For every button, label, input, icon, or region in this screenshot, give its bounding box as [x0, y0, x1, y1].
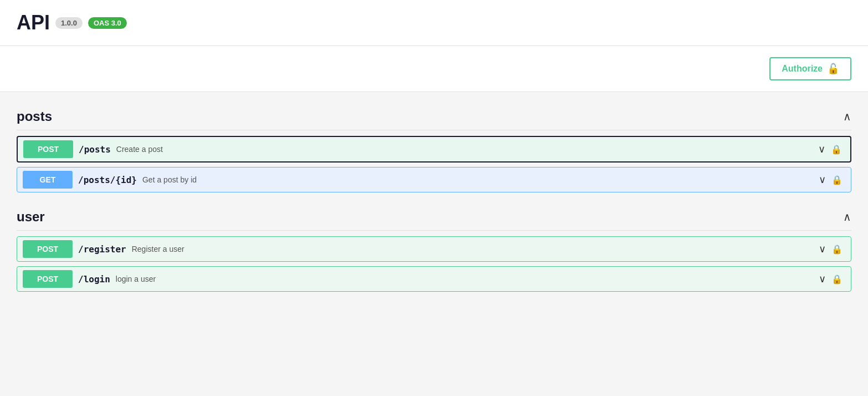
section-header-user[interactable]: user∧: [17, 204, 851, 231]
version-badge: 1.0.0: [55, 17, 83, 29]
oas-badge: OAS 3.0: [88, 17, 127, 29]
chevron-down-icon-posts-1[interactable]: ∨: [819, 174, 826, 186]
section-header-posts[interactable]: posts∧: [17, 103, 851, 130]
endpoint-path-posts-1: /posts/{id}: [78, 175, 137, 185]
endpoint-actions-posts-0: ∨🔒: [810, 143, 850, 155]
section-user: user∧POST/registerRegister a user∨🔒POST/…: [17, 204, 851, 292]
method-badge-posts-0: POST: [23, 140, 73, 158]
section-collapse-icon-user[interactable]: ∧: [843, 210, 851, 224]
endpoint-desc-posts-1: Get a post by id: [142, 175, 810, 184]
lock-icon-user-1: 🔒: [831, 274, 843, 285]
lock-icon-posts-1: 🔒: [831, 175, 843, 185]
lock-icon: 🔓: [827, 63, 839, 75]
authorize-button[interactable]: Authorize 🔓: [769, 57, 851, 80]
endpoint-row-user-0[interactable]: POST/registerRegister a user∨🔒: [17, 236, 851, 262]
method-badge-user-1: POST: [23, 270, 73, 288]
endpoint-row-user-1[interactable]: POST/loginlogin a user∨🔒: [17, 266, 851, 292]
section-collapse-icon-posts[interactable]: ∧: [843, 110, 851, 123]
chevron-down-icon-user-0[interactable]: ∨: [819, 243, 826, 255]
authorize-label: Authorize: [782, 64, 823, 74]
endpoint-row-posts-1[interactable]: GET/posts/{id}Get a post by id∨🔒: [17, 167, 851, 192]
section-title-user: user: [17, 209, 45, 225]
lock-icon-posts-0: 🔒: [831, 144, 842, 155]
endpoint-actions-posts-1: ∨🔒: [810, 174, 851, 186]
method-badge-user-0: POST: [23, 240, 73, 258]
endpoint-desc-user-0: Register a user: [132, 245, 810, 253]
chevron-down-icon-user-1[interactable]: ∨: [819, 273, 826, 285]
endpoint-actions-user-1: ∨🔒: [810, 273, 851, 285]
section-title-posts: posts: [17, 109, 52, 124]
chevron-down-icon-posts-0[interactable]: ∨: [818, 143, 825, 155]
api-title: API: [17, 11, 50, 34]
endpoint-actions-user-0: ∨🔒: [810, 243, 851, 255]
endpoint-desc-user-1: login a user: [116, 275, 810, 283]
endpoint-row-posts-0[interactable]: POST/postsCreate a post∨🔒: [17, 136, 851, 163]
authorize-bar: Authorize 🔓: [0, 46, 868, 92]
endpoint-desc-posts-0: Create a post: [116, 145, 810, 154]
section-posts: posts∧POST/postsCreate a post∨🔒GET/posts…: [17, 103, 851, 192]
main-content: posts∧POST/postsCreate a post∨🔒GET/posts…: [0, 92, 868, 314]
method-badge-posts-1: GET: [23, 171, 73, 189]
header: API 1.0.0 OAS 3.0: [0, 0, 868, 46]
lock-icon-user-0: 🔒: [831, 244, 843, 255]
endpoint-path-user-0: /register: [78, 244, 126, 255]
endpoint-path-posts-0: /posts: [79, 144, 111, 155]
sections-container: posts∧POST/postsCreate a post∨🔒GET/posts…: [17, 103, 851, 292]
endpoint-path-user-1: /login: [78, 274, 110, 285]
